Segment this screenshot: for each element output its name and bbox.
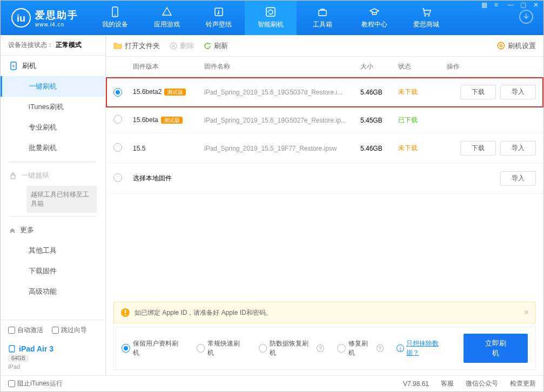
- table-row-local[interactable]: 选择本地固件导入: [106, 164, 543, 194]
- tab-apps-games[interactable]: 应用游戏: [141, 1, 193, 35]
- support-link[interactable]: 客服: [441, 379, 454, 388]
- sidebar-more-header[interactable]: 更多: [1, 220, 105, 240]
- sidebar-item-pro[interactable]: 专业刷机: [1, 117, 105, 138]
- fw-status: 未下载: [398, 87, 447, 97]
- row-radio[interactable]: [113, 143, 122, 152]
- device-info: iPad Air 3 64GB iPad: [1, 340, 105, 375]
- opt-label: 保留用户资料刷机: [133, 339, 184, 357]
- titlebar: ▦ ≡ — ▢ ✕ iu 爱思助手 www.i4.cn 我的设备 应用游戏 铃声…: [1, 1, 543, 35]
- opt-anti-recovery[interactable]: 防数据恢复刷机?: [259, 339, 324, 357]
- minimize-icon[interactable]: —: [507, 1, 515, 9]
- opt-label: 修复刷机: [348, 339, 374, 357]
- status-label: 设备连接状态：: [8, 40, 53, 50]
- row-radio[interactable]: [113, 115, 122, 124]
- tab-smart-flash[interactable]: 智能刷机: [245, 1, 297, 35]
- erase-link[interactable]: i只想抹除数据？: [397, 339, 451, 357]
- tab-my-device[interactable]: 我的设备: [89, 1, 141, 35]
- svg-rect-20: [125, 314, 126, 315]
- statusbar: 阻止iTunes运行 V7.98.61 客服 微信公众号 检查更新: [1, 375, 543, 391]
- folder-icon: [113, 42, 122, 50]
- table-row[interactable]: 15.5iPad_Spring_2019_15.5_19F77_Restore.…: [106, 133, 543, 164]
- maximize-icon[interactable]: ▢: [520, 1, 528, 9]
- tab-toolbox[interactable]: 工具箱: [297, 1, 348, 35]
- local-fw-label: 选择本地固件: [133, 174, 360, 183]
- fw-status: 未下载: [398, 144, 447, 153]
- refresh-button[interactable]: 刷新: [204, 41, 228, 51]
- table-row[interactable]: 15.6beta测试版iPad_Spring_2019_15.6_19G5027…: [106, 107, 543, 133]
- hdr-name: 固件名称: [204, 62, 360, 71]
- menu-icon[interactable]: ≡: [494, 1, 502, 9]
- brand-name: 爱思助手: [35, 9, 78, 22]
- section-label: 一键越狱: [21, 171, 49, 180]
- btn-label: 删除: [180, 41, 194, 51]
- row-radio[interactable]: [113, 88, 122, 97]
- section-label: 更多: [20, 225, 34, 235]
- radio-icon: [122, 344, 130, 353]
- tab-store[interactable]: 爱思商城: [400, 1, 452, 35]
- tab-label: 智能刷机: [258, 20, 284, 29]
- check-update-link[interactable]: 检查更新: [510, 379, 536, 388]
- device-status: 设备连接状态： 正常模式: [1, 35, 105, 56]
- radio-icon: [259, 344, 267, 353]
- music-icon: [213, 6, 224, 17]
- import-button[interactable]: 导入: [500, 85, 536, 99]
- notice-close-button[interactable]: ×: [524, 308, 529, 317]
- toolbar: 打开文件夹 删除 刷新 刷机设置: [106, 35, 543, 57]
- opt-label: 常规快速刷机: [207, 339, 245, 357]
- device-name[interactable]: iPad Air 3: [8, 344, 98, 353]
- opt-normal[interactable]: 常规快速刷机: [197, 339, 246, 357]
- check-block-itunes[interactable]: 阻止iTunes运行: [8, 379, 63, 388]
- fw-size: 5.45GB: [360, 117, 398, 124]
- btn-label: 刷新: [214, 41, 228, 51]
- sidebar-item-advanced[interactable]: 高级功能: [1, 281, 105, 302]
- table-body: 15.6beta2测试版iPad_Spring_2019_15.6_19G503…: [106, 77, 543, 194]
- row-radio[interactable]: [113, 173, 122, 182]
- sidebar-item-download-fw[interactable]: 下载固件: [1, 261, 105, 281]
- divider: [9, 216, 97, 217]
- grid-icon[interactable]: ▦: [481, 1, 489, 9]
- import-button[interactable]: 导入: [500, 141, 536, 156]
- radio-icon: [197, 344, 205, 353]
- help-icon[interactable]: ?: [377, 344, 384, 352]
- main-content: 打开文件夹 删除 刷新 刷机设置 固件版本 固件名称 大小 状态 操作 15.6…: [106, 35, 543, 375]
- lock-icon: [9, 172, 17, 179]
- open-folder-button[interactable]: 打开文件夹: [113, 41, 160, 51]
- download-button[interactable]: 下载: [460, 85, 496, 99]
- flash-now-button[interactable]: 立即刷机: [464, 334, 528, 363]
- svg-point-5: [218, 13, 219, 15]
- beta-tag: 测试版: [164, 89, 186, 96]
- version-text: V7.98.61: [403, 380, 429, 388]
- sidebar-item-other-tools[interactable]: 其他工具: [1, 240, 105, 261]
- wechat-link[interactable]: 微信公众号: [466, 379, 498, 388]
- download-indicator[interactable]: [519, 9, 534, 26]
- phone-icon: [110, 6, 120, 17]
- status-value: 正常模式: [56, 40, 82, 50]
- tab-tutorials[interactable]: 教程中心: [348, 1, 400, 35]
- import-button[interactable]: 导入: [500, 171, 536, 186]
- device-name-text: iPad Air 3: [19, 344, 53, 353]
- check-skip-guide[interactable]: 跳过向导: [52, 326, 87, 335]
- help-icon[interactable]: ?: [317, 344, 324, 352]
- fw-name: iPad_Spring_2019_15.5_19F77_Restore.ipsw: [204, 145, 360, 152]
- tab-label: 我的设备: [102, 20, 128, 29]
- tab-label: 应用游戏: [154, 20, 180, 29]
- download-button[interactable]: 下载: [460, 141, 496, 156]
- check-auto-activate[interactable]: 自动激活: [8, 326, 43, 335]
- logo-icon: iu: [11, 8, 31, 28]
- tab-ringtones[interactable]: 铃声壁纸: [193, 1, 245, 35]
- opt-keep-data[interactable]: 保留用户资料刷机: [122, 339, 184, 357]
- flash-settings-button[interactable]: 刷机设置: [497, 41, 536, 51]
- sidebar-item-itunes[interactable]: iTunes刷机: [1, 97, 105, 117]
- divider: [9, 161, 97, 162]
- device-type: iPad: [8, 363, 98, 370]
- check-label: 跳过向导: [61, 326, 87, 335]
- sidebar-item-oneclick[interactable]: 一键刷机: [1, 76, 105, 97]
- sidebar-item-batch[interactable]: 批量刷机: [1, 138, 105, 158]
- opt-repair[interactable]: 修复刷机?: [337, 339, 384, 357]
- storage-badge: 64GB: [8, 355, 29, 362]
- tab-label: 工具箱: [313, 20, 332, 29]
- close-icon[interactable]: ✕: [533, 1, 541, 9]
- svg-rect-7: [319, 10, 326, 16]
- sidebar-flash-header[interactable]: 刷机: [1, 56, 105, 76]
- table-row[interactable]: 15.6beta2测试版iPad_Spring_2019_15.6_19G503…: [106, 77, 543, 107]
